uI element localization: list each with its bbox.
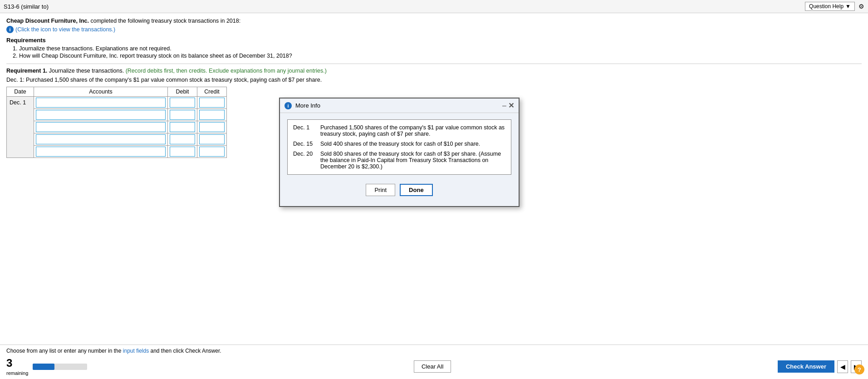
trans-date-1: Dec. 1 (293, 124, 315, 137)
accounts-input-5[interactable] (36, 147, 166, 157)
modal-minimize-button[interactable]: – (502, 102, 506, 110)
chevron-down-icon: ▼ (845, 3, 851, 10)
accounts-input-1[interactable] (36, 98, 166, 108)
table-row: Dec. 1 (7, 97, 227, 109)
modal-info-icon: i (284, 102, 292, 109)
col-header-debit: Debit (168, 87, 197, 97)
credit-input-4[interactable] (199, 134, 225, 144)
company-name: Cheap Discount Furniture, Inc. (6, 18, 89, 24)
table-row (7, 109, 227, 121)
credit-cell-4 (197, 133, 227, 146)
question-help-button[interactable]: Question Help ▼ (805, 2, 855, 11)
accounts-cell-5 (34, 146, 168, 158)
requirement-1: Journalize these transactions. Explanati… (19, 45, 862, 52)
debit-input-5[interactable] (170, 147, 195, 157)
credit-input-5[interactable] (199, 147, 225, 157)
click-icon-link[interactable]: i (Click the icon to view the transactio… (6, 26, 862, 33)
col-header-accounts: Accounts (34, 87, 168, 97)
debit-cell-1 (168, 97, 197, 109)
debit-input-3[interactable] (170, 122, 195, 132)
debit-input-2[interactable] (170, 110, 195, 120)
table-row (7, 133, 227, 146)
modal-transactions-box: Dec. 1 Purchased 1,500 shares of the com… (287, 119, 511, 172)
journal-table: Date Accounts Debit Credit Dec. 1 (6, 87, 227, 158)
debit-cell-5 (168, 146, 197, 158)
divider (6, 64, 862, 64)
accounts-cell-3 (34, 121, 168, 133)
modal-title: More Info (295, 102, 320, 109)
table-row (7, 146, 227, 158)
credit-input-2[interactable] (199, 110, 225, 120)
credit-cell-1 (197, 97, 227, 109)
info-icon: i (6, 26, 14, 33)
transaction-row-1: Dec. 1 Purchased 1,500 shares of the com… (293, 124, 505, 137)
accounts-cell-2 (34, 109, 168, 121)
transaction-row-3: Dec. 20 Sold 800 shares of the treasury … (293, 151, 505, 170)
debit-input-4[interactable] (170, 134, 195, 144)
accounts-cell-4 (34, 133, 168, 146)
accounts-cell-1 (34, 97, 168, 109)
requirements-title: Requirements (6, 37, 862, 44)
credit-input-3[interactable] (199, 122, 225, 132)
credit-cell-5 (197, 146, 227, 158)
debit-cell-4 (168, 133, 197, 146)
modal-title-left: i More Info (284, 102, 320, 109)
requirement-2: How will Cheap Discount Furniture, Inc. … (19, 53, 862, 59)
date-cell-dec1: Dec. 1 (7, 97, 34, 158)
modal-body: Dec. 1 Purchased 1,500 shares of the com… (280, 113, 519, 172)
modal-title-bar: i More Info – ✕ (280, 98, 519, 113)
transaction-row-2: Dec. 15 Sold 400 shares of the treasury … (293, 141, 505, 147)
page-title: S13-6 (similar to) (4, 3, 49, 10)
accounts-input-3[interactable] (36, 122, 166, 132)
credit-cell-3 (197, 121, 227, 133)
requirements-list: Journalize these transactions. Explanati… (19, 45, 862, 59)
accounts-input-2[interactable] (36, 110, 166, 120)
trans-desc-1: Purchased 1,500 shares of the company's … (320, 124, 505, 137)
trans-date-3: Dec. 20 (293, 151, 315, 170)
credit-input-1[interactable] (199, 98, 225, 108)
title-bar: S13-6 (similar to) Question Help ▼ ⚙ (0, 0, 868, 13)
trans-desc-2: Sold 400 shares of the treasury stock fo… (320, 141, 505, 147)
dec1-description: Dec. 1: Purchased 1,500 shares of the co… (6, 77, 862, 83)
accounts-input-4[interactable] (36, 134, 166, 144)
credit-cell-2 (197, 109, 227, 121)
intro-paragraph: Cheap Discount Furniture, Inc. completed… (6, 18, 862, 24)
table-row (7, 121, 227, 133)
trans-date-2: Dec. 15 (293, 141, 315, 147)
modal-close-button[interactable]: ✕ (508, 101, 514, 110)
debit-cell-3 (168, 121, 197, 133)
trans-desc-3: Sold 800 shares of the treasury stock fo… (320, 151, 505, 170)
debit-cell-2 (168, 109, 197, 121)
col-header-date: Date (7, 87, 34, 97)
more-info-modal: i More Info – ✕ Dec. 1 Purchased 1,500 s… (279, 98, 520, 172)
req1-instruction: Requirement 1. Journalize these transact… (6, 68, 862, 74)
debit-input-1[interactable] (170, 98, 195, 108)
col-header-credit: Credit (197, 87, 227, 97)
modal-title-icons: – ✕ (502, 101, 514, 110)
gear-icon[interactable]: ⚙ (858, 3, 864, 10)
